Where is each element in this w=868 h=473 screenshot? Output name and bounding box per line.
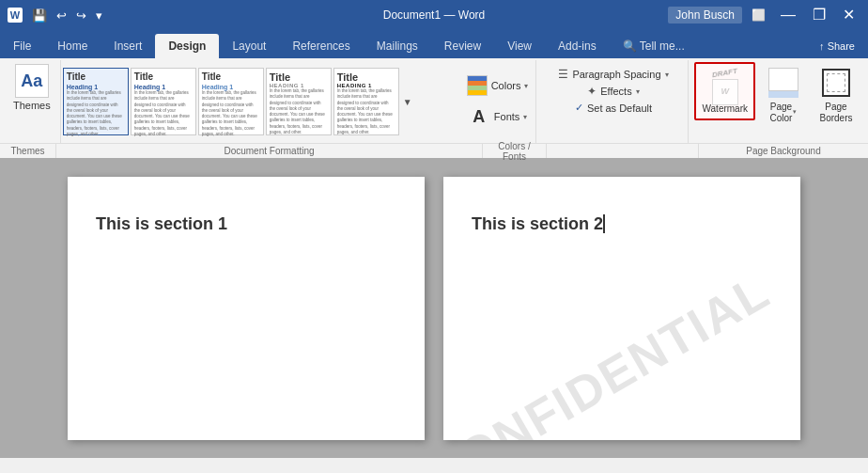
fonts-button[interactable]: A Fonts ▾	[464, 103, 532, 130]
paragraph-spacing-group-label	[547, 144, 699, 158]
format-thumb-1[interactable]: Title Heading 1 In the lorem tab, the ga…	[63, 68, 129, 135]
watermark-button[interactable]: DRAFT W Watermark	[694, 62, 755, 120]
colors-dropdown-arrow: ▾	[524, 82, 528, 90]
ribbon-group-labels: Themes Document Formatting Colors / Font…	[0, 143, 868, 158]
fonts-icon: A	[468, 105, 490, 128]
fonts-label: Fonts	[494, 111, 520, 122]
text-cursor	[603, 214, 605, 233]
section-1-text: This is section 1	[96, 214, 396, 234]
tab-mailings[interactable]: Mailings	[364, 34, 431, 58]
tab-home[interactable]: Home	[44, 34, 101, 58]
set-as-default-button[interactable]: ✓ Set as Default	[571, 100, 656, 116]
page-background-group: DRAFT W Watermark PageColor	[690, 60, 864, 143]
themes-group-content: Aa Themes	[8, 62, 56, 141]
quick-access-toolbar: 💾 ↩ ↪ ▾	[28, 7, 106, 24]
document-title: Document1 — Word	[383, 8, 486, 22]
undo-button[interactable]: ↩	[53, 7, 70, 24]
page-borders-icon-wrap	[819, 66, 853, 100]
scroll-down-arrow[interactable]: ▼	[401, 95, 414, 109]
ribbon-toggle-icon[interactable]: ⬜	[748, 7, 769, 24]
app-icon: W	[8, 8, 23, 23]
document-page-2[interactable]: This is section 2 CONFIDENTIAL	[443, 177, 800, 440]
format-thumb-2[interactable]: Title Heading 1 In the lorem tab, the ga…	[131, 68, 196, 135]
tab-addins[interactable]: Add-ins	[545, 34, 610, 58]
format-thumbnails: Title Heading 1 In the lorem tab, the ga…	[63, 60, 457, 143]
tab-design[interactable]: Design	[155, 34, 219, 58]
page-borders-label: PageBorders	[819, 102, 852, 124]
set-as-default-label: Set as Default	[587, 102, 652, 114]
document-formatting-group: Title Heading 1 In the lorem tab, the ga…	[63, 60, 457, 143]
format-thumb-4[interactable]: Title HEADING 1 In the lorem tab, the ga…	[266, 68, 332, 135]
colors-swatch	[467, 75, 488, 96]
format-thumb-3[interactable]: Title Heading 1 In the lorem tab, the ga…	[198, 68, 264, 135]
tab-file[interactable]: File	[0, 34, 44, 58]
page-background-buttons: DRAFT W Watermark PageColor	[694, 62, 860, 141]
watermark-label: Watermark	[702, 103, 748, 115]
colors-fonts-group: Colors ▾ A Fonts ▾	[459, 60, 537, 143]
watermark-overlay: CONFIDENTIAL	[443, 262, 779, 440]
colors-fonts-label: Colors / Fonts	[483, 144, 547, 158]
user-name[interactable]: John Busch	[668, 7, 742, 24]
page-color-button[interactable]: PageColor ▾	[759, 62, 808, 128]
document-page-1[interactable]: This is section 1	[68, 177, 425, 440]
paragraph-spacing-icon: ☰	[558, 68, 568, 81]
fonts-dropdown-arrow: ▾	[523, 113, 527, 121]
effects-icon: ✦	[587, 85, 597, 98]
watermark-button-wrap: DRAFT W Watermark	[694, 62, 755, 120]
effects-button[interactable]: ✦ Effects ▾	[583, 83, 643, 100]
tab-review[interactable]: Review	[431, 34, 494, 58]
doc-formatting-label: Document Formatting	[56, 144, 483, 158]
tab-references[interactable]: References	[279, 34, 363, 58]
themes-group-label: Themes	[0, 144, 56, 158]
themes-group: Aa Themes	[4, 60, 61, 143]
effects-label: Effects	[600, 86, 631, 97]
word-w: W	[10, 9, 20, 21]
title-bar: W 💾 ↩ ↪ ▾ Document1 — Word John Busch ⬜ …	[0, 0, 868, 30]
page-color-icon-wrap	[767, 66, 800, 100]
minimize-button[interactable]: —	[775, 6, 801, 24]
checkmark-icon: ✓	[575, 102, 583, 114]
page-borders-button[interactable]: PageBorders	[812, 62, 860, 128]
colors-label: Colors	[491, 80, 521, 91]
page-color-label: PageColor	[770, 102, 793, 124]
paragraph-spacing-arrow: ▾	[665, 71, 669, 79]
save-button[interactable]: 💾	[28, 7, 51, 24]
tab-layout[interactable]: Layout	[219, 34, 279, 58]
effects-arrow: ▾	[636, 87, 640, 96]
tab-bar: File Home Insert Design Layout Reference…	[0, 30, 868, 58]
share-button[interactable]: ↑ Share	[806, 34, 868, 58]
title-bar-right: John Busch ⬜ — ❐ ✕	[668, 6, 860, 24]
title-bar-left: W 💾 ↩ ↪ ▾	[8, 7, 106, 24]
restore-button[interactable]: ❐	[807, 6, 831, 24]
tab-view[interactable]: View	[494, 34, 545, 58]
themes-icon: Aa	[15, 64, 49, 98]
paragraph-spacing-group: ☰ Paragraph Spacing ▾ ✦ Effects ▾ ✓ Set …	[538, 60, 689, 143]
redo-button[interactable]: ↪	[72, 7, 90, 24]
tab-insert[interactable]: Insert	[101, 34, 155, 58]
format-thumb-5[interactable]: Title HEADING 1 In the lorem tab, the ga…	[333, 68, 399, 135]
paragraph-spacing-label: Paragraph Spacing	[572, 69, 660, 80]
ribbon: Aa Themes Title Heading 1 In the lorem t…	[0, 58, 868, 143]
page-background-label: Page Background	[699, 144, 868, 158]
section-2-text: This is section 2	[472, 214, 772, 234]
document-area: This is section 1 This is section 2 CONF…	[0, 158, 868, 458]
paragraph-spacing-button[interactable]: ☰ Paragraph Spacing ▾	[554, 66, 672, 83]
colors-button[interactable]: Colors ▾	[463, 73, 533, 98]
tab-tellme[interactable]: 🔍 Tell me...	[610, 34, 698, 58]
watermark-icon-wrap: DRAFT W	[708, 68, 742, 102]
themes-label: Themes	[13, 100, 51, 111]
close-button[interactable]: ✕	[837, 6, 860, 24]
customize-quick-access-button[interactable]: ▾	[92, 7, 106, 24]
themes-button[interactable]: Aa Themes	[8, 62, 56, 113]
